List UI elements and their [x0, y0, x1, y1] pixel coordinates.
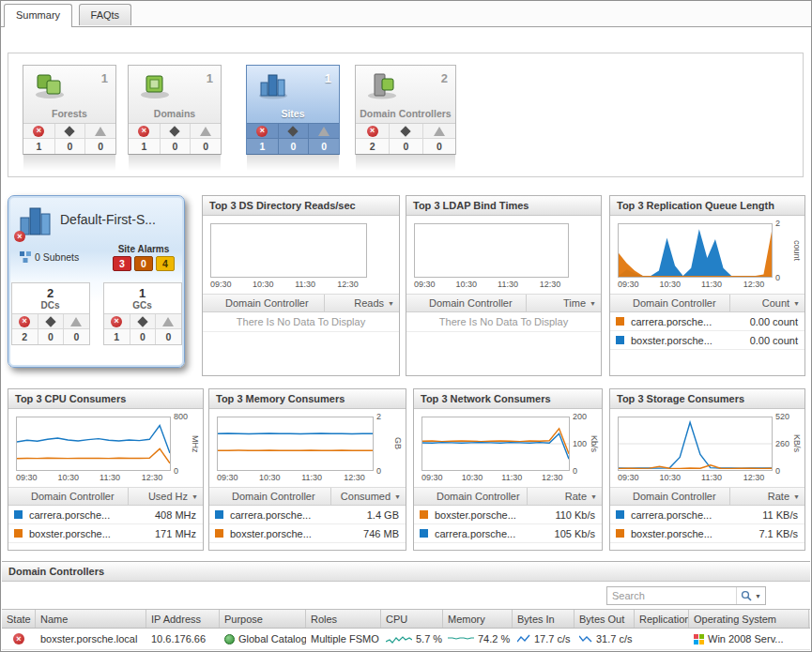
bytes-out-icon [579, 633, 592, 644]
fatal-alarm-badge[interactable]: 3 [113, 256, 131, 271]
critical-count[interactable]: 0 [38, 328, 63, 344]
warning-icon [318, 127, 329, 136]
warning-icon [434, 127, 445, 136]
warning-alarm-badge[interactable]: 4 [156, 256, 175, 271]
critical-icon [288, 126, 299, 136]
sort-dropdown-icon[interactable]: ▼ [590, 300, 596, 307]
tab-summary[interactable]: Summary [4, 4, 72, 27]
legend-row[interactable]: carrera.porsche... 1.4 GB [209, 506, 406, 524]
subnets-summary[interactable]: 0 Subnets [20, 244, 79, 263]
warning-count[interactable]: 0 [63, 328, 88, 344]
warning-count[interactable]: 0 [84, 138, 115, 154]
table-row[interactable]: carrera.porsche... 10.6.176.67 Global Ca… [2, 650, 810, 651]
warning-count[interactable]: 0 [308, 138, 339, 154]
tile-domains[interactable]: 1 Domains 1 0 0 [128, 65, 222, 155]
legend-col-value: Time [563, 297, 586, 309]
col-state[interactable]: State [2, 610, 36, 628]
panel-title: Top 3 Memory Consumers [209, 389, 406, 409]
dc-name: boxster.porsche.local [36, 633, 146, 644]
tile-sites[interactable]: 1 Sites 1 0 0 [246, 65, 340, 155]
cpu-chart: 8000MHz09:3010:3011:3012:30 [8, 409, 203, 484]
legend-row[interactable]: carrera.porsche... 11 KB/s [610, 506, 804, 524]
legend-col-name: Domain Controller [610, 297, 729, 309]
series-swatch [616, 336, 624, 344]
legend-row[interactable]: boxster.porsche... 171 MHz [8, 524, 203, 543]
legend-row[interactable]: carrera.porsche... 105 Kb/s [414, 524, 602, 543]
sort-dropdown-icon[interactable]: ▼ [590, 493, 597, 500]
fatal-count[interactable]: 2 [12, 328, 38, 344]
legend: Domain Controller Rate▼ carrera.porsche.… [610, 487, 804, 543]
legend: Domain Controller Rate▼ boxster.porsche.… [414, 487, 602, 543]
legend-row[interactable]: boxster.porsche... 110 Kb/s [414, 506, 602, 524]
sort-dropdown-icon[interactable]: ▼ [388, 300, 394, 307]
fatal-state-icon [13, 633, 24, 644]
col-os[interactable]: Operating System [689, 610, 809, 628]
search-options-caret-icon[interactable]: ▼ [755, 593, 761, 599]
fatal-icon [256, 126, 268, 137]
fatal-count[interactable]: 1 [104, 328, 130, 344]
critical-icon [45, 316, 55, 326]
tile-forests[interactable]: 1 Forests 1 0 0 [23, 65, 116, 155]
legend-col-name: Domain Controller [8, 491, 128, 502]
gcs-stat-box[interactable]: 1 GCs 1 0 0 [103, 282, 182, 345]
panel-title: Top 3 CPU Consumers [8, 389, 203, 409]
warning-count[interactable]: 0 [190, 138, 221, 154]
no-data-message: There Is No Data To Display [406, 312, 601, 332]
panel-replication-queue: Top 3 Replication Queue Length 20count09… [609, 195, 805, 376]
col-replication[interactable]: Replication [635, 610, 689, 628]
critical-count[interactable]: 0 [160, 138, 191, 154]
domain-controllers-icon [365, 71, 399, 99]
site-alarms-label: Site Alarms [113, 244, 175, 254]
search-input[interactable] [607, 590, 736, 601]
critical-count[interactable]: 0 [389, 138, 421, 154]
tile-count: 2 [441, 71, 448, 85]
sort-dropdown-icon[interactable]: ▼ [394, 493, 401, 500]
critical-count[interactable]: 0 [54, 138, 85, 154]
col-bytes-in[interactable]: Bytes In [513, 610, 575, 628]
tile-domain-controllers[interactable]: 2 Domain Controllers 2 0 0 [355, 65, 456, 155]
col-roles[interactable]: Roles [306, 610, 381, 628]
sort-dropdown-icon[interactable]: ▼ [793, 300, 800, 307]
fatal-icon [138, 126, 149, 137]
legend-row[interactable]: carrera.porsche... 0.00 count [610, 312, 804, 331]
col-ip[interactable]: IP Address [146, 610, 220, 628]
storage-chart: 5202600KB/s09:3010:3011:3012:30 [610, 409, 804, 484]
col-purpose[interactable]: Purpose [220, 610, 306, 628]
fatal-count[interactable]: 2 [356, 138, 389, 154]
sort-dropdown-icon[interactable]: ▼ [793, 493, 800, 500]
dc-purpose: Global Catalog [238, 633, 306, 644]
site-detail-card[interactable]: Default-First-S... 0 Subnets Site Alarms… [8, 195, 185, 368]
fatal-count[interactable]: 1 [247, 138, 278, 154]
series-swatch [14, 510, 23, 519]
legend-row[interactable]: boxster.porsche... 0.00 count [610, 331, 804, 350]
col-name[interactable]: Name [36, 610, 146, 628]
critical-count[interactable]: 0 [130, 328, 155, 344]
critical-count[interactable]: 0 [278, 138, 309, 154]
legend-col-value: Rate [565, 491, 587, 502]
sort-dropdown-icon[interactable]: ▼ [192, 493, 198, 500]
warning-count[interactable]: 0 [155, 328, 180, 344]
col-memory[interactable]: Memory [443, 610, 513, 628]
gcs-label: GCs [104, 300, 181, 313]
fatal-count[interactable]: 1 [129, 138, 160, 154]
tab-faqts[interactable]: FAQts [79, 4, 132, 25]
warning-icon [70, 317, 82, 326]
dcs-stat-box[interactable]: 2 DCs 2 0 0 [11, 282, 90, 345]
critical-icon [137, 316, 147, 326]
legend-col-name: Domain Controller [610, 491, 729, 502]
table-row[interactable]: boxster.porsche.local 10.6.176.66 Global… [2, 629, 810, 650]
domain-controllers-panel: Domain Controllers ▼ State Name IP Addre… [2, 561, 810, 651]
legend-row[interactable]: boxster.porsche... 7.1 KB/s [610, 524, 804, 543]
critical-alarm-badge[interactable]: 0 [134, 256, 153, 271]
legend-col-name: Domain Controller [414, 491, 527, 502]
legend-col-name: Domain Controller [209, 491, 330, 502]
warning-icon [200, 127, 211, 136]
col-cpu[interactable]: CPU [381, 610, 443, 628]
search-icon[interactable] [741, 590, 752, 601]
fatal-count[interactable]: 1 [23, 138, 54, 154]
panel-title: Top 3 DS Directory Reads/sec [203, 196, 399, 216]
col-bytes-out[interactable]: Bytes Out [575, 610, 635, 628]
legend-row[interactable]: boxster.porsche... 746 MB [209, 524, 406, 543]
warning-count[interactable]: 0 [422, 138, 455, 154]
legend-row[interactable]: carrera.porsche... 408 MHz [8, 506, 203, 524]
